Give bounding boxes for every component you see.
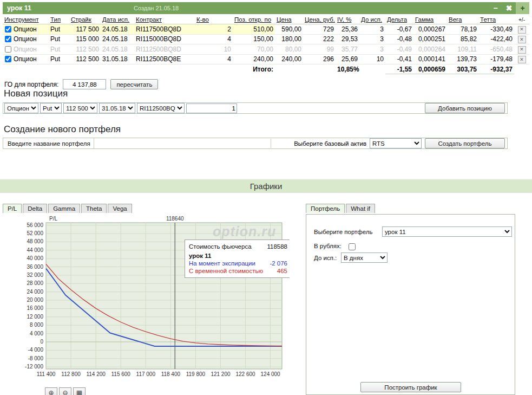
col-header-type[interactable]: Тип [49, 15, 69, 24]
tooltip-expiration-label: На момент экспирации [189, 260, 255, 267]
go-value-input[interactable] [63, 79, 106, 89]
tab-theta[interactable]: Theta [81, 204, 107, 213]
col-header-delta[interactable]: Дельта [385, 15, 413, 24]
tooltip-futures-value: 118588 [267, 243, 287, 250]
col-header-exp-date[interactable]: Дата исп. [101, 15, 134, 24]
delete-row-icon[interactable]: ✕ [518, 36, 526, 43]
zoom-out-icon[interactable]: ⊖ [59, 387, 71, 395]
svg-text:117 000: 117 000 [136, 371, 156, 377]
svg-text:28 000: 28 000 [27, 280, 43, 286]
cell-iv: 35,77 [336, 44, 359, 55]
row-checkbox[interactable] [5, 26, 11, 33]
tab-vega[interactable]: Vega [108, 204, 132, 213]
build-chart-button[interactable]: Построить график [360, 382, 461, 392]
positions-tbody: ОпционPut117 50024.05.18RI117500BQ8D2510… [3, 24, 529, 64]
chart-toolbar: ⊕⊖▦ [45, 387, 86, 395]
close-icon[interactable]: ✖ [502, 2, 516, 14]
add-icon[interactable]: + [516, 2, 529, 14]
portfolio-panel: Выберите портфель урок 11 В рублях: До и… [306, 214, 515, 395]
days-mode-select[interactable]: В днях [341, 252, 387, 263]
col-header-strike[interactable]: Страйк [69, 15, 101, 24]
portfolio-titlebar: урок 11 Создан 21.05.18 − ✖ + [3, 2, 529, 14]
portfolio-select[interactable]: урок 11 [382, 226, 512, 237]
right-panel-tabs: Портфель What if [306, 204, 376, 213]
col-header-gamma[interactable]: Гамма [413, 15, 447, 24]
new-position-row: Опцион Put 112 500 31.05.18 RI112500BQ Д… [3, 102, 508, 114]
recalculate-button[interactable]: пересчитать [110, 79, 158, 89]
cell-price_rub: 99 [303, 44, 336, 55]
instrument-label: Опцион [14, 25, 37, 33]
row-checkbox[interactable] [5, 46, 11, 53]
contract-select[interactable]: RI112500BQ [137, 103, 185, 113]
tooltip-timevalue-row: С временной стоимостью 465 [189, 268, 287, 274]
svg-text:115 600: 115 600 [111, 371, 131, 377]
svg-text:-4 000: -4 000 [28, 347, 44, 353]
exp-date-select[interactable]: 31.05.18 [99, 103, 135, 113]
svg-text:40 000: 40 000 [27, 255, 43, 261]
base-asset-select[interactable]: RTS [370, 138, 422, 148]
add-position-button[interactable]: Добавить позицию [425, 103, 505, 113]
col-header-vega[interactable]: Вега [447, 15, 478, 24]
totals-gamma: 0,000659 [413, 64, 447, 74]
tooltip-expiration-row: На момент экспирации -2 076 [189, 260, 287, 267]
totals-row: Итого: 10,85% -1,55 0,000659 303,75 -932… [3, 64, 529, 74]
tooltip-timevalue-label: С временной стоимостью [189, 268, 263, 274]
col-header-days[interactable]: До исп. [359, 15, 385, 24]
in-rubles-checkbox[interactable] [349, 243, 356, 250]
svg-text:0: 0 [40, 339, 43, 345]
col-header-price-rub[interactable]: Цена, руб. [303, 15, 336, 24]
instrument-label: Опцион [14, 46, 37, 53]
cell-exp_date: 24.05.18 [101, 24, 134, 35]
cell-strike: 112 500 [69, 44, 101, 55]
portfolio-name-input[interactable] [94, 139, 271, 148]
row-checkbox[interactable] [5, 36, 11, 42]
cell-exp_date: 31.05.18 [101, 54, 134, 64]
delete-row-icon[interactable]: ✕ [518, 46, 526, 54]
go-label: ГО для портфеля: [4, 81, 58, 88]
svg-text:20 000: 20 000 [27, 297, 43, 303]
new-position-heading: Новая позиция [4, 88, 68, 99]
row-checkbox[interactable] [5, 56, 11, 62]
instrument-label: Опцион [14, 55, 37, 63]
cell-price: 180,00 [275, 34, 303, 44]
svg-text:112 800: 112 800 [61, 371, 81, 377]
chart-tabs: P/L Delta Gamma Theta Vega [3, 204, 133, 213]
tab-what-if[interactable]: What if [346, 204, 375, 213]
cell-vega: 85,82 [447, 34, 478, 44]
col-header-open-pos[interactable]: Поз. откр. по [233, 15, 275, 24]
cell-theta: -330,49 [478, 24, 514, 35]
create-portfolio-button[interactable]: Создать портфель [425, 138, 505, 148]
tab-portfolio[interactable]: Портфель [306, 204, 345, 213]
svg-text:P/L: P/L [49, 216, 57, 222]
svg-text:111 400: 111 400 [37, 371, 56, 377]
instrument-select[interactable]: Опцион [4, 103, 38, 113]
zoom-in-icon[interactable]: ⊕ [45, 387, 57, 395]
in-rubles-label: В рублях: [314, 243, 341, 249]
cell-instrument: Опцион [3, 54, 49, 64]
strike-select[interactable]: 112 500 [63, 103, 97, 113]
svg-text:-12 000: -12 000 [25, 364, 43, 370]
minimize-icon[interactable]: − [489, 2, 502, 14]
col-header-qty[interactable]: К-во [195, 15, 233, 24]
quantity-input[interactable] [186, 103, 237, 113]
col-header-instrument[interactable]: Инструмент [3, 15, 49, 24]
svg-text:12 000: 12 000 [27, 314, 43, 320]
col-header-contract[interactable]: Контракт [134, 15, 195, 24]
col-header-price[interactable]: Цена [275, 15, 303, 24]
delete-row-icon[interactable]: ✕ [518, 56, 526, 63]
delete-row-icon[interactable]: ✕ [518, 26, 526, 34]
option-type-select[interactable]: Put [40, 103, 62, 113]
cell-days: 3 [359, 24, 385, 35]
tab-gamma[interactable]: Gamma [48, 204, 80, 213]
col-header-theta[interactable]: Тетта [478, 15, 514, 24]
tab-delta[interactable]: Delta [23, 204, 47, 213]
cell-instrument: Опцион [3, 24, 49, 35]
svg-text:36 000: 36 000 [27, 264, 43, 270]
positions-table: Инструмент Тип Страйк Дата исп. Контракт… [3, 15, 529, 74]
cell-price_rub: 296 [303, 54, 336, 64]
col-header-iv[interactable]: IV, % [336, 15, 359, 24]
svg-text:118640: 118640 [166, 216, 184, 222]
tab-pl[interactable]: P/L [3, 204, 22, 213]
totals-label: Итого: [233, 64, 275, 74]
grid-icon[interactable]: ▦ [73, 387, 86, 395]
